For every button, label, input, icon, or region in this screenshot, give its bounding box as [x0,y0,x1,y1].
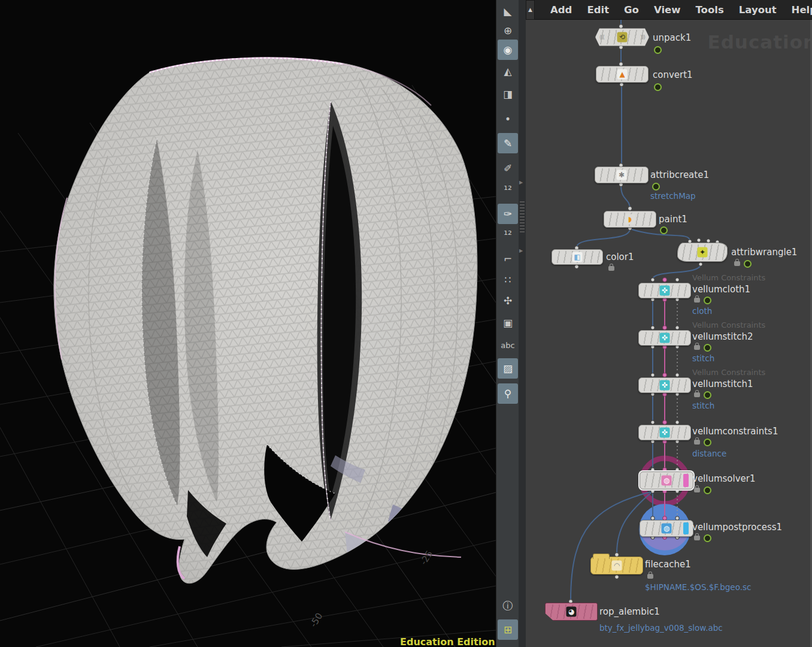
node-label-vellumstitch1: vellumstitch1 [692,379,753,389]
convert-icon: ▲ [617,69,628,80]
scene-viewport[interactable]: -25 -50 Education Edition [0,0,496,647]
viewport-toolbar: ◣⊕◉◭◨•✎✐¹²✑¹²⌐∷✣▣abc▨⚲ⓘ⊞◕ [496,0,519,647]
menu-item-go[interactable]: Go [624,4,639,16]
point-count-icon[interactable]: ¹² [498,180,518,200]
display-flag[interactable] [704,391,711,399]
display-flag[interactable] [744,260,752,268]
chevron-left-icon: ⟨⟨⟨ [599,29,604,46]
location-pin-icon[interactable]: ⚲ [498,383,518,404]
abc-text-icon[interactable]: abc [498,335,518,356]
node-paint1[interactable]: ◗ [604,211,656,228]
node-sublabel: cloth [692,306,712,316]
alembic-icon: ◕ [566,607,577,617]
camera-swirl-icon[interactable]: ◕ [498,640,518,647]
node-vellumpostprocess1[interactable]: ◍ [640,520,693,537]
node-color1[interactable]: ◧ [552,249,603,265]
grid-tiles-icon[interactable]: ⊞ [498,619,518,640]
menu-item-help[interactable]: Help [792,4,812,16]
node-state-stripe [683,522,689,534]
network-wires [526,0,812,647]
display-flag[interactable] [704,439,711,446]
node-attribcreate1[interactable]: ✱ [595,167,649,183]
pane-splitter[interactable]: ▶ ▶ [519,0,526,647]
node-label-vellumsolver1: vellumsolver1 [692,473,756,484]
lock-icon [694,488,700,492]
paint-icon: ◗ [625,214,635,225]
stylus-tool-icon[interactable]: ✎ [498,133,518,153]
node-label-vellumpostprocess1: vellumpostprocess1 [692,522,782,533]
lock-icon [694,440,700,445]
chevron-right-icon: ⟩⟩⟩ [640,29,645,46]
network-editor[interactable]: ⟨⟨⟨⟩⟩⟩⟲unpack1▲convert1✱attribcreate1str… [526,0,812,647]
brush-tool-icon[interactable]: ✑ [498,204,518,224]
node-label-vellumconstraints1: vellumconstraints1 [692,426,778,437]
network-menubar: AddEditGoViewToolsLayoutHelp [535,0,812,20]
display-flag[interactable] [654,83,662,91]
node-rop_alembic1[interactable]: ◕ [545,603,598,621]
first-person-view-icon[interactable]: ◭ [498,61,518,81]
walkthrough-view-icon[interactable]: ◨ [498,84,518,104]
node-attribwrangle1[interactable]: ✦ [677,243,728,262]
viewport-canvas [0,0,496,647]
point-display-icon[interactable]: • [498,109,518,129]
lock-icon [694,345,700,350]
lock-icon [647,574,653,579]
unpack-icon: ⟲ [617,32,628,43]
splitter-arrow-icon[interactable]: ▶ [519,248,523,253]
node-context-label: Vellum Constraints [692,321,765,329]
menu-item-edit[interactable]: Edit [587,4,609,16]
menu-item-add[interactable]: Add [550,4,572,16]
node-convert1[interactable]: ▲ [596,66,649,83]
node-sublabel: $HIPNAME.$OS.$F.bgeo.sc [645,582,751,592]
needle-tool-icon[interactable]: ✐ [498,158,518,179]
image-plane-icon[interactable]: ▨ [498,358,518,379]
lock-icon [694,298,700,303]
vellum-pin-icon: ✜ [660,428,670,438]
node-sublabel: stitch [692,353,714,363]
node-label-paint1: paint1 [659,214,687,225]
menu-item-tools[interactable]: Tools [696,4,724,16]
curve-handle-icon[interactable]: ⌐ [498,249,518,269]
info-icon[interactable]: ⓘ [498,595,518,616]
node-vellumsolver1[interactable]: ◍ [640,471,693,489]
display-flag[interactable] [704,344,711,352]
node-label-vellumstitch2: vellumstitch2 [692,331,753,342]
display-flag[interactable] [704,486,711,494]
lock-icon [694,536,700,540]
menu-item-view[interactable]: View [654,4,681,16]
scroll-up-arrow[interactable]: ▲ [526,0,535,20]
splitter-arrow-icon[interactable]: ▶ [519,180,523,185]
lock-icon [734,261,740,266]
node-label-filecache1: filecache1 [645,559,691,570]
node-vellumcloth1[interactable]: ✜ [638,283,691,298]
brush-count-icon[interactable]: ¹² [498,225,518,245]
display-flag[interactable] [654,46,662,54]
vellum-pin-icon: ✜ [660,286,670,296]
menu-item-layout[interactable]: Layout [739,4,777,16]
education-watermark: Education [707,31,812,53]
tumble-view-icon[interactable]: ◉ [498,40,518,60]
fan-blades-icon[interactable]: ✣ [498,291,518,311]
pan-view-icon[interactable]: ⊕ [498,20,518,41]
selection-arrow-icon[interactable]: ◣ [498,1,518,22]
wrangle-icon: ✦ [698,247,708,258]
display-flag[interactable] [660,226,668,234]
display-flag[interactable] [704,534,711,542]
color-icon: ◧ [572,252,583,262]
node-label-unpack1: unpack1 [653,32,691,43]
vellum-solver-icon: ◍ [662,476,672,486]
node-vellumstitch1[interactable]: ✜ [638,377,691,393]
node-state-stripe [683,474,689,487]
node-vellumconstraints1[interactable]: ✜ [638,425,691,440]
node-sublabel: stretchMap [650,191,696,201]
cache-box-icon[interactable]: ▣ [498,313,518,333]
display-flag[interactable] [704,297,711,304]
node-filecache1[interactable]: ◠ [590,557,643,575]
node-unpack1[interactable]: ⟨⟨⟨⟩⟩⟩⟲ [595,28,649,46]
scatter-points-icon[interactable]: ∷ [498,270,518,290]
display-flag[interactable] [652,183,660,191]
node-label-attribcreate1: attribcreate1 [650,170,709,180]
splitter-grip-icon[interactable] [520,201,525,232]
node-label-vellumcloth1: vellumcloth1 [692,284,750,295]
node-vellumstitch2[interactable]: ✜ [638,330,691,346]
